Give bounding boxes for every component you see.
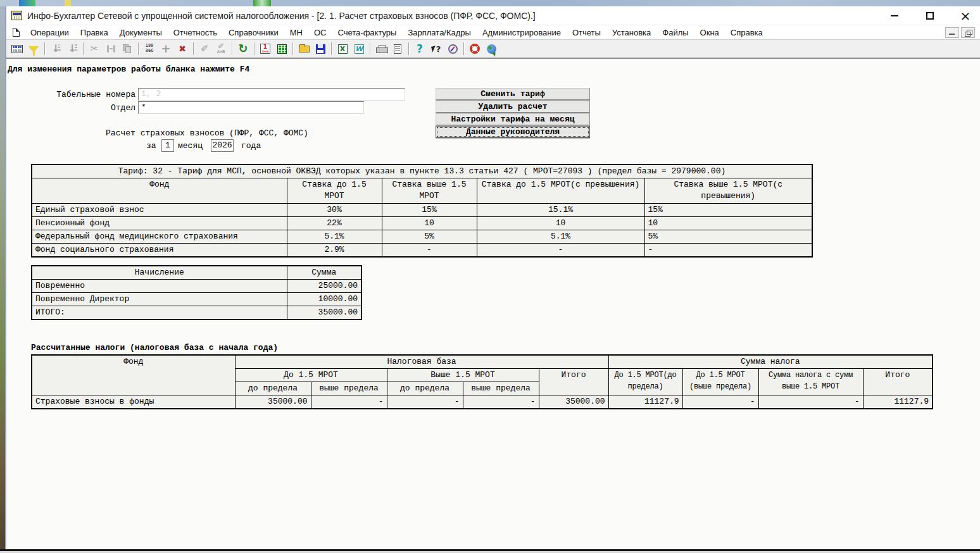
app-icon [11, 11, 22, 20]
rate-cell: 5.1% [287, 230, 382, 244]
menu-windows[interactable]: Окна [694, 27, 725, 39]
print-button[interactable] [373, 40, 389, 57]
delete-button[interactable]: ✖ [174, 40, 191, 57]
col-under-limit: до предела [387, 382, 463, 395]
mdi-minimize-button[interactable] [945, 27, 959, 38]
taxes-cell: 11127.9 [608, 395, 682, 409]
dept-input[interactable]: * [138, 101, 364, 114]
document-icon[interactable] [13, 28, 20, 37]
menu-os[interactable]: ОС [308, 27, 332, 39]
delete-calc-button[interactable]: Удалить расчет [436, 101, 590, 113]
accrual-sum: 10000.00 [287, 293, 361, 306]
taxes-section-title: Рассчитанные налоги (налоговая база с на… [31, 343, 278, 352]
export-word-button[interactable]: W [351, 40, 367, 57]
form-grid-button[interactable] [9, 40, 25, 57]
col-over-limit: выше предела [311, 382, 387, 395]
fund-name: Пенсионный фонд [32, 217, 287, 230]
save-button[interactable] [312, 40, 329, 57]
toolbar-separator [370, 42, 370, 55]
copy-icon [123, 44, 132, 53]
window-title: Инфо-Бухгалтер Сетевой с упрощенной сист… [27, 11, 536, 21]
year-input[interactable]: 2026 [211, 139, 234, 152]
document-preview-icon [394, 44, 401, 54]
help-button[interactable]: ? [411, 40, 428, 57]
col-under-mrot: До 1.5 МРОТ [235, 369, 387, 382]
col-tax-total: Итого [863, 369, 933, 395]
close-button[interactable]: × [958, 9, 972, 22]
menu-directories[interactable]: Справочники [223, 27, 284, 39]
desktop-icon-partial [253, 0, 271, 6]
calendar-button[interactable]: 1янв [257, 40, 273, 57]
rate-cell: 15.1% [477, 204, 644, 217]
change-tariff-button[interactable]: Сменить тариф [436, 88, 590, 100]
calculator-button[interactable] [273, 40, 290, 57]
table-row: Пенсионный фонд 22% 10 10 10 [32, 217, 812, 230]
col-over-limit: выше предела [463, 382, 539, 395]
fund-name: Федеральный фонд медицинского страховани… [32, 230, 287, 244]
red-x-icon: ✖ [179, 44, 186, 53]
refresh-button[interactable]: ↻ [235, 40, 251, 57]
spray-button[interactable]: ✐ [196, 40, 213, 57]
add-button[interactable]: + [158, 40, 174, 57]
menu-reporting[interactable]: Отчетность [168, 27, 223, 39]
export-excel-button[interactable]: X [334, 40, 351, 57]
menu-documents[interactable]: Документы [114, 27, 168, 39]
taxes-cell: - [311, 395, 387, 409]
taxes-cell: - [387, 395, 463, 409]
tariff-settings-button[interactable]: Настройки тарифа на месяц [436, 113, 590, 125]
compass-button[interactable] [444, 40, 461, 57]
month-input[interactable]: 1 [161, 139, 174, 152]
calculator-icon [277, 44, 287, 54]
menu-administration[interactable]: Администрирование [477, 27, 567, 39]
sort-down-alt-button[interactable]: ↓ [64, 40, 80, 57]
taxes-cell: - [682, 395, 758, 409]
save-diskette-icon [316, 44, 325, 54]
manager-data-button[interactable]: Данные руководителя [436, 126, 590, 138]
rate-cell: 10 [644, 217, 812, 230]
open-button[interactable] [296, 40, 312, 57]
scissors-icon: ✂ [91, 44, 99, 54]
menu-payroll[interactable]: Зарплата/Кадры [402, 27, 477, 39]
rotate-180-button[interactable]: 180ЗѢС [141, 40, 158, 57]
menu-reports[interactable]: Отчеты [567, 27, 606, 39]
cut-button[interactable]: ✂ [86, 40, 103, 57]
menu-mn[interactable]: МН [284, 27, 308, 39]
internet-button[interactable] [483, 40, 499, 57]
menu-edit[interactable]: Правка [75, 27, 114, 39]
menu-help[interactable]: Справка [725, 27, 769, 39]
preview-button[interactable] [389, 40, 406, 57]
maximize-button[interactable] [923, 9, 937, 22]
rate-cell: - [477, 244, 644, 258]
open-folder-icon [299, 46, 310, 53]
menu-files[interactable]: Файлы [656, 27, 694, 39]
form-grid-icon [11, 45, 23, 53]
spray-ab-button[interactable]: ✐A+B [213, 40, 229, 57]
taxes-cell: - [758, 395, 863, 409]
rate-cell: 5.1% [477, 230, 644, 244]
toolbar-separator [138, 42, 139, 55]
accrual-table: Начисление Сумма Повременно 25000.00 Пов… [31, 265, 362, 320]
toolbar-separator [83, 42, 84, 55]
toolbar-separator [408, 42, 409, 55]
desktop-wallpaper-left [0, 6, 5, 549]
col-rate-under-excess: Ставка до 1.5 МРОТ(с превышения) [477, 178, 644, 204]
mdi-restore-button[interactable] [961, 27, 975, 38]
minimize-button[interactable] [888, 9, 901, 22]
sort-down-button[interactable]: ↓ [47, 40, 64, 57]
copy-button[interactable] [119, 40, 135, 57]
accrual-sum: 25000.00 [287, 280, 361, 293]
tab-numbers-input[interactable]: 1, 2 [138, 88, 405, 101]
rate-cell: - [382, 244, 477, 258]
tariff-table: Тариф: 32 - Тариф для МСП, основной ОКВЭ… [31, 164, 813, 258]
merge-button[interactable] [103, 40, 119, 57]
period-prefix: за [146, 141, 156, 151]
menu-setup[interactable]: Установка [606, 27, 656, 39]
support-button[interactable] [467, 40, 483, 57]
context-help-button[interactable]: ? [428, 40, 444, 57]
spray-icon: ✐ [201, 44, 209, 54]
filter-icon [28, 46, 39, 52]
menu-invoices[interactable]: Счета-фактуры [332, 27, 402, 39]
fund-name: Фонд социального страхования [32, 244, 287, 258]
menu-operations[interactable]: Операции [25, 27, 75, 39]
filter-button[interactable] [25, 40, 42, 57]
